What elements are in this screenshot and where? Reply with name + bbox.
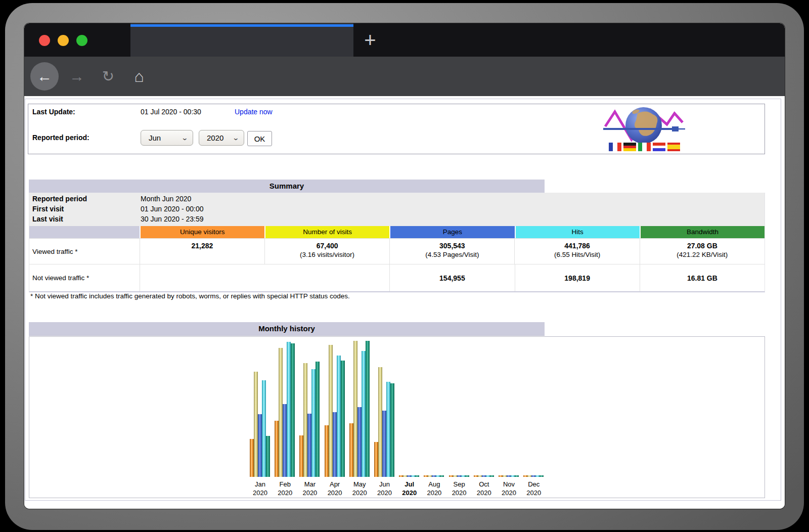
chart-bar [275,421,279,477]
summary-info: Reported periodMonth Jun 2020 First visi… [29,193,765,226]
chart-bar [349,423,353,477]
flag-france[interactable] [609,143,621,151]
chart-bar [357,407,362,477]
bandwidth-value: 27.08 GB [640,241,765,250]
viewed-traffic-row: Viewed traffic * 21,282 67,400(3.16 visi… [29,238,765,264]
chart-bar [428,475,432,477]
last-update-value: 01 Jul 2020 - 00:30 [141,108,201,116]
update-period-box: Last Update: 01 Jul 2020 - 00:30 Update … [28,104,765,154]
chart-bar [478,475,482,477]
awstats-page: Last Update: 01 Jul 2020 - 00:30 Update … [24,96,785,509]
chart-bar [531,475,535,477]
chart-bar [449,475,453,477]
row-label: Viewed traffic * [29,239,140,264]
chart-bar [390,383,394,477]
chart-bar [258,414,262,477]
chart-bar [279,348,283,477]
header-corner-cell [29,226,140,238]
new-tab-button[interactable]: + [359,30,381,51]
flag-germany[interactable] [623,143,636,151]
back-button[interactable]: ← [30,62,59,91]
chart-bar [374,442,378,477]
home-button[interactable]: ⌂ [127,57,151,96]
flag-italy[interactable] [638,143,651,151]
hits-value: 441,786 [515,241,639,250]
column-header-hits: Hits [515,226,640,238]
close-window-button[interactable] [39,35,50,46]
ok-button[interactable]: OK [247,131,272,146]
chart-bar [507,475,511,477]
chart-bar [291,343,295,477]
chart-bar [386,382,390,477]
year-select[interactable]: 2020 ⌄ [199,130,244,146]
flag-netherlands[interactable] [653,143,665,151]
chart-bar [432,475,436,477]
not-viewed-footnote: * Not viewed traffic includes traffic ge… [30,292,350,300]
chart-bar [457,475,461,477]
summary-title: Summary [29,180,545,193]
chart-bar [486,475,490,477]
chart-bar [333,412,337,477]
update-now-link[interactable]: Update now [235,108,273,116]
hits-ratio: (6.55 Hits/Visit) [515,250,639,259]
bandwidth-ratio: (421.22 KB/Visit) [640,250,765,259]
chevron-down-icon: ⌄ [232,134,239,142]
info-label: Last visit [32,214,63,224]
summary-table: Reported periodMonth Jun 2020 First visi… [29,193,765,292]
home-icon: ⌂ [134,67,144,86]
not-viewed-hits-value: 198,819 [515,264,640,291]
forward-icon: → [69,68,84,85]
chart-bar [283,404,287,477]
visits-ratio: (3.16 visits/visitor) [265,250,389,259]
column-header-pages: Pages [389,226,514,238]
chart-bar [511,475,515,477]
chart-bar [382,411,386,477]
month-label: Dec2020 [519,480,548,497]
reload-icon: ↻ [102,68,114,85]
info-value: 30 Jun 2020 - 23:59 [141,214,204,224]
chevron-down-icon: ⌄ [181,134,188,142]
chart-bar [399,475,403,477]
forward-button[interactable]: → [65,57,89,96]
active-tab[interactable] [130,23,353,57]
chart-bar [362,351,366,477]
chart-bar [337,356,341,477]
column-header-bandwidth: Bandwidth [640,226,765,238]
not-viewed-traffic-row: Not viewed traffic * 154,955 198,819 16.… [29,264,765,291]
chart-bar [403,475,407,477]
chart-bar [535,475,540,477]
awstats-logo [602,105,686,143]
chart-bar [474,475,478,477]
reload-button[interactable]: ↻ [96,57,120,96]
row-label: Not viewed traffic * [29,264,140,291]
flag-spain[interactable] [667,143,680,151]
chart-bar [411,475,415,477]
info-value: Month Jun 2020 [141,194,191,204]
column-header-unique-visitors: Unique visitors [140,226,264,238]
empty-cell [140,264,390,291]
not-viewed-pages-value: 154,955 [389,264,514,291]
chart-bar [515,475,519,477]
chart-bar [461,475,465,477]
year-select-value: 2020 [207,134,223,142]
chart-bar [266,436,270,477]
chart-bar [250,439,254,477]
chart-bar [262,380,266,477]
chart-bar [440,475,444,477]
chart-bar [415,475,419,477]
zoom-window-button[interactable] [76,35,87,46]
chart-bar [325,425,329,477]
chart-bar [503,475,507,477]
chart-bar [482,475,486,477]
month-select[interactable]: Jun ⌄ [141,130,193,146]
last-update-label: Last Update: [32,108,75,116]
chart-bar [407,475,411,477]
chart-bar [465,475,469,477]
chart-bar [287,342,291,477]
chart-bar [499,475,503,477]
browser-titlebar: + [24,23,785,57]
info-label: Reported period [32,194,87,204]
minimize-window-button[interactable] [58,35,69,46]
monthly-history-title: Monthly history [29,322,545,336]
chart-bar [366,341,370,477]
